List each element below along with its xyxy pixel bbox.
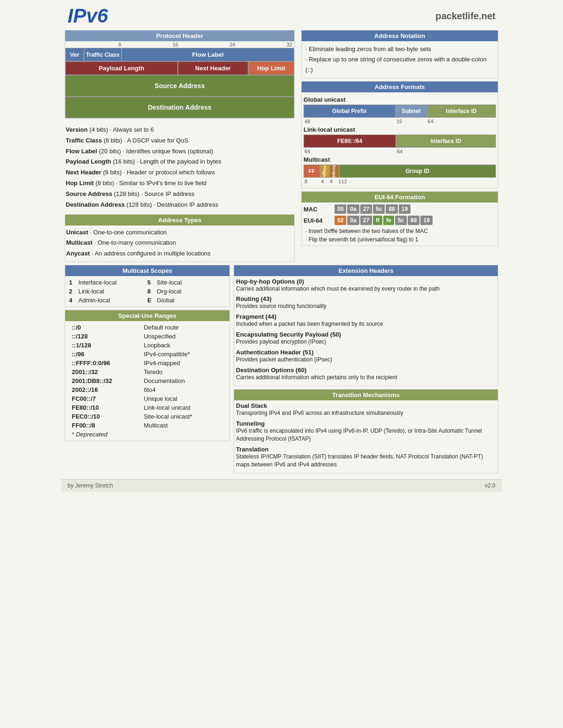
eui64-cell: 02 <box>335 216 346 225</box>
sur-row: FC00::/7Unique local <box>69 394 226 403</box>
ext-header-item: Authentication Header (51)Provides packe… <box>236 349 496 364</box>
ext-headers-title: Extension Headers <box>234 265 498 276</box>
sur-row: * Deprecated <box>69 430 226 439</box>
mc-scope-item: 4Admin-local <box>69 296 147 305</box>
scope-cell: Scope <box>329 165 339 178</box>
address-formats-box: Address Formats Global unicast Global Pr… <box>301 81 498 188</box>
bottom-right: Extension Headers Hop-by-hop Options (0)… <box>234 265 498 477</box>
page-title: IPv6 <box>68 5 108 27</box>
sur-row: 2002::/166to4 <box>69 385 226 394</box>
pl-cell: Payload Length <box>65 61 178 75</box>
global-prefix-cell: Global Prefix <box>304 105 396 118</box>
sur-row: FF00::/8Multicast <box>69 421 226 430</box>
group-id-cell: Group ID <box>339 165 496 178</box>
field-desc-item: Source Address (128 bits) · Source IP ad… <box>66 189 294 199</box>
subnet-cell: Subnet <box>396 105 427 118</box>
field-desc-item: Traffic Class (8 bits) · A DSCP value fo… <box>66 136 294 146</box>
eui64-row: EUI-64 020a27fffe5c8819 <box>304 216 496 225</box>
address-notation-box: Address Notation · Eliminate leading zer… <box>301 30 498 78</box>
sur-table: ::/0Default route::/128Unspecified::1/12… <box>69 323 226 439</box>
mac-cells: 000a275c8819 <box>335 204 411 214</box>
ext-header-item: Fragment (44)Included when a packet has … <box>236 313 496 328</box>
ll-num-64: 64 <box>304 149 396 154</box>
ext-headers-content: Hop-by-hop Options (0)Carries additional… <box>234 276 498 386</box>
mac-cell: 88 <box>386 204 397 214</box>
mc-scope-item: 5Site-local <box>147 278 226 287</box>
ext-header-item: Routing (43)Provides source routing func… <box>236 295 496 310</box>
interface-id-cell: Interface ID <box>427 105 496 118</box>
main-content: Protocol Header 8 16 24 32 Ver Traffic C… <box>61 30 502 265</box>
transition-title: Transition Mechanisms <box>234 390 498 400</box>
ext-headers-box: Extension Headers Hop-by-hop Options (0)… <box>234 265 498 387</box>
ll-num-64-2: 64 <box>396 149 496 154</box>
eui64-cell: 0a <box>347 216 359 225</box>
bit-16: 16 <box>173 42 178 47</box>
transition-box: Transition Mechanisms Dual StackTranspor… <box>234 389 498 473</box>
sur-content: ::/0Default route::/128Unspecified::1/12… <box>65 321 229 441</box>
fe80-cell: FE80::/64 <box>304 135 396 148</box>
proto-row-2: Payload Length Next Header Hop Limit <box>65 61 294 75</box>
address-type-item: Anycast · An address configured in multi… <box>66 248 293 259</box>
page-footer: by Jeremy Stretch v2.0 <box>61 479 502 492</box>
address-types-list: Unicast · One-to-one communicationMultic… <box>65 225 294 261</box>
sur-row: FE80::/10Link-local unicast <box>69 403 226 412</box>
sur-row: FEC0::/10Site-local unicast* <box>69 412 226 421</box>
protocol-header-box: Protocol Header 8 16 24 32 Ver Traffic C… <box>65 30 295 119</box>
multicast-bar: FF Flags Scope Group ID <box>304 165 496 178</box>
sur-title: Special-Use Ranges <box>65 310 229 321</box>
mc-scope-item: 1Interface-local <box>69 278 147 287</box>
mac-cell: 27 <box>360 204 372 214</box>
eui64-box: EUI-64 Formation MAC 000a275c8819 EUI-64… <box>301 191 498 246</box>
mc-num-8: 8 <box>304 179 320 184</box>
multicast-title: Multicast <box>304 156 496 163</box>
address-formats-title: Address Formats <box>302 82 498 92</box>
eui64-cell: fe <box>383 216 394 225</box>
page-header: IPv6 packetlife.net <box>61 0 502 30</box>
address-type-item: Unicast · One-to-one communication <box>66 227 293 238</box>
bit-32: 32 <box>287 42 292 47</box>
left-column: Protocol Header 8 16 24 32 Ver Traffic C… <box>65 30 299 265</box>
multicast-numbers: 8 4 4 112 <box>304 179 496 184</box>
eui64-cell: 19 <box>420 216 432 225</box>
mac-cell: 19 <box>399 204 411 214</box>
field-desc-item: Version (4 bits) · Always set to 6 <box>66 125 294 135</box>
bottom-left: Multicast Scopes 1Interface-local5Site-l… <box>65 265 234 477</box>
eui64-cell: 5c <box>395 216 407 225</box>
guc-num-64: 64 <box>427 119 496 124</box>
ext-header-item: Destination Options (60)Carries addition… <box>236 367 496 382</box>
protocol-header-title: Protocol Header <box>65 30 294 41</box>
eui64-cells: 020a27fffe5c8819 <box>335 216 433 225</box>
field-desc-item: Payload Length (16 bits) · Length of the… <box>66 157 294 167</box>
eui64-content: MAC 000a275c8819 EUI-64 020a27fffe5c8819… <box>302 203 498 246</box>
bit-labels: 8 16 24 32 <box>65 41 294 48</box>
site-label: packetlife.net <box>435 11 495 22</box>
sur-row: ::1/128Loopback <box>69 341 226 350</box>
mac-cell: 5c <box>373 204 385 214</box>
ext-header-item: Encapsulating Security Payload (50)Provi… <box>236 331 496 346</box>
bit-8: 8 <box>118 42 121 47</box>
mc-scope-item: EGlobal <box>147 296 226 305</box>
global-unicast-bar: Global Prefix Subnet Interface ID <box>304 105 496 118</box>
eui64-note2: · Flip the seventh bit (universal/local … <box>304 235 496 244</box>
field-desc-item: Next Header (8 bits) · Header or protoco… <box>66 168 294 178</box>
eui64-cell: ff <box>373 216 382 225</box>
mc-scope-item: 2Link-local <box>69 287 147 296</box>
mac-cell: 0a <box>347 204 359 214</box>
right-column: Address Notation · Eliminate leading zer… <box>299 30 498 265</box>
address-types-title: Address Types <box>65 215 294 225</box>
mc-scopes-box: Multicast Scopes 1Interface-local5Site-l… <box>65 265 230 307</box>
mac-cell: 00 <box>335 204 346 214</box>
transition-item: TranslationStateless IP/ICMP Translation… <box>236 446 496 469</box>
ver-cell: Ver <box>65 48 84 61</box>
src-cell: Source Address <box>65 75 294 97</box>
address-type-item: Multicast · One-to-many communication <box>66 238 293 248</box>
transition-item: TunnelingIPv6 traffic is encapsulated in… <box>236 420 496 443</box>
address-types-box: Address Types Unicast · One-to-one commu… <box>65 214 295 262</box>
hl-cell: Hop Limit <box>248 61 294 75</box>
proto-row-1: Ver Traffic Class Flow Label <box>65 48 294 61</box>
eui64-label: EUI-64 <box>304 217 331 224</box>
sur-row: ::/0Default route <box>69 323 226 332</box>
footer-author: by Jeremy Stretch <box>68 482 113 489</box>
notation-line: · Replace up to one string of consecutiv… <box>305 54 494 75</box>
eui64-cell: 27 <box>360 216 372 225</box>
